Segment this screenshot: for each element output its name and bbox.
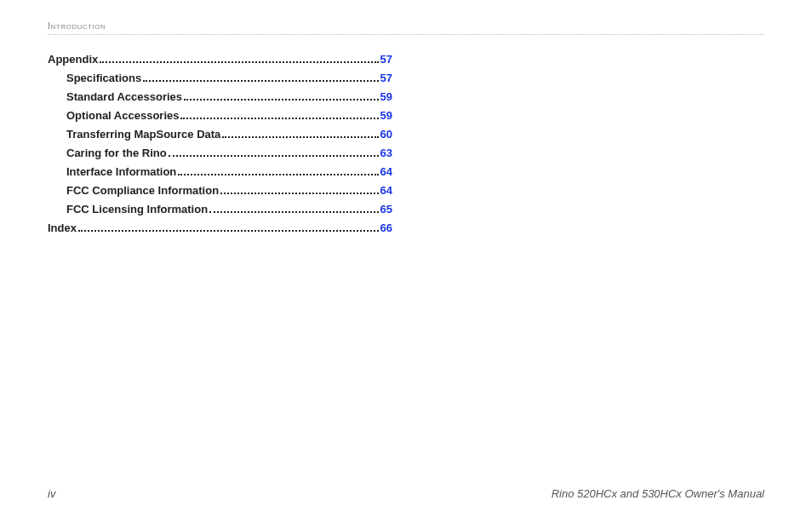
toc-leader [222, 136, 378, 138]
toc-label: Specifications [66, 69, 141, 88]
document-page: Introduction Appendix 57 Specifications … [0, 0, 812, 529]
toc-page-number: 64 [380, 163, 392, 181]
toc-entry-optional-accessories[interactable]: Optional Accessories 59 [48, 106, 392, 125]
toc-page-number: 57 [380, 50, 392, 69]
toc-leader [184, 99, 378, 101]
toc-label: FCC Compliance Information [66, 181, 219, 200]
page-footer: iv Rino 520HCx and 530HCx Owner's Manual [48, 487, 764, 500]
toc-entry-appendix[interactable]: Appendix 57 [48, 50, 392, 69]
toc-entry-transferring-mapsource-data[interactable]: Transferring MapSource Data 60 [48, 125, 392, 144]
toc-page-number: 65 [380, 200, 392, 219]
toc-page-number: 57 [380, 69, 392, 88]
toc-leader [220, 193, 378, 194]
toc-label: Caring for the Rino [66, 144, 167, 163]
toc-page-number: 60 [380, 125, 392, 144]
toc-entry-fcc-compliance-information[interactable]: FCC Compliance Information 64 [48, 181, 392, 200]
toc-leader [143, 80, 378, 82]
footer-page-number: iv [48, 487, 55, 500]
toc-label: Interface Information [66, 163, 176, 181]
toc-page-number: 64 [380, 181, 392, 200]
toc-entry-caring-for-the-rino[interactable]: Caring for the Rino 63 [48, 144, 392, 163]
toc-leader [209, 211, 378, 213]
toc-page-number: 59 [380, 88, 392, 106]
toc-label: Index [48, 219, 77, 238]
toc-page-number: 59 [380, 106, 392, 125]
toc-entry-standard-accessories[interactable]: Standard Accessories 59 [48, 88, 392, 106]
toc-label: Transferring MapSource Data [66, 125, 220, 144]
toc-leader [78, 230, 379, 232]
toc-entry-index[interactable]: Index 66 [48, 219, 392, 238]
toc-page-number: 66 [380, 219, 392, 238]
toc-leader [180, 118, 378, 119]
toc-label: Standard Accessories [66, 88, 182, 106]
toc-leader [169, 155, 379, 157]
toc-label: Optional Accessories [66, 106, 179, 125]
toc-entry-specifications[interactable]: Specifications 57 [48, 69, 392, 88]
table-of-contents: Appendix 57 Specifications 57 Standard A… [48, 50, 392, 238]
toc-label: FCC Licensing Information [66, 200, 208, 219]
toc-leader [178, 174, 378, 175]
toc-label: Appendix [48, 50, 98, 69]
toc-page-number: 63 [380, 144, 392, 163]
toc-entry-interface-information[interactable]: Interface Information 64 [48, 163, 392, 181]
section-header: Introduction [48, 20, 764, 35]
toc-entry-fcc-licensing-information[interactable]: FCC Licensing Information 65 [48, 200, 392, 219]
toc-leader [100, 61, 378, 63]
footer-manual-title: Rino 520HCx and 530HCx Owner's Manual [552, 487, 764, 500]
